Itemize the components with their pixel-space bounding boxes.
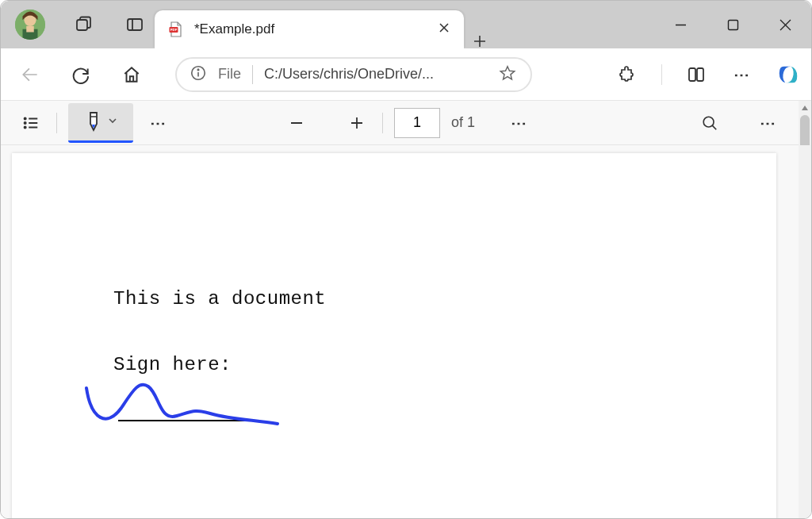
home-button[interactable] — [120, 63, 144, 86]
document-viewport[interactable]: This is a document Sign here: — [1, 145, 799, 519]
url-path: C:/Users/chris/OneDrive/... — [264, 66, 434, 83]
workspaces-icon[interactable] — [72, 13, 96, 37]
doc-text-line-2: Sign here: — [113, 354, 776, 375]
split-screen-icon[interactable] — [684, 63, 708, 86]
svg-marker-21 — [500, 66, 514, 79]
toolbar-right: ⋯ — [615, 63, 800, 86]
url-bar[interactable]: File C:/Users/chris/OneDrive/... — [175, 57, 532, 92]
svg-point-20 — [197, 69, 198, 70]
svg-rect-3 — [26, 26, 34, 33]
svg-point-24 — [25, 117, 26, 119]
address-bar: File C:/Users/chris/OneDrive/... ⋯ — [1, 48, 811, 101]
copilot-icon[interactable] — [776, 63, 800, 86]
page-total-label: of 1 — [451, 114, 475, 131]
search-icon[interactable] — [695, 109, 724, 137]
title-bar-left — [1, 1, 155, 48]
page-more-icon[interactable]: ⋯ — [505, 109, 534, 137]
url-scheme: File — [218, 66, 241, 83]
svg-point-28 — [25, 126, 26, 128]
ink-signature — [83, 380, 289, 436]
site-info-icon[interactable] — [190, 64, 207, 85]
draw-tool-button[interactable] — [68, 103, 133, 143]
more-tools-icon[interactable]: ⋯ — [144, 109, 173, 137]
doc-text-line-1: This is a document — [113, 288, 776, 309]
page-number-input[interactable] — [394, 108, 440, 138]
window-maximize-button[interactable] — [707, 1, 759, 48]
tab-title: *Example.pdf — [194, 21, 424, 37]
url-separator — [252, 65, 253, 84]
svg-text:PDF: PDF — [170, 28, 178, 32]
scrollbar-lower[interactable] — [799, 145, 811, 519]
refresh-button[interactable] — [69, 63, 93, 86]
window-controls — [654, 1, 811, 48]
new-tab-button[interactable] — [464, 34, 496, 48]
window-minimize-button[interactable] — [654, 1, 707, 48]
pdf-page: This is a document Sign here: — [12, 153, 776, 519]
title-bar: PDF *Example.pdf — [1, 1, 811, 48]
favorite-icon[interactable] — [499, 64, 516, 85]
pdf-toolbar: ⋯ of 1 ⋯ ⋯ — [1, 101, 799, 145]
nav-buttons — [18, 63, 144, 86]
profile-avatar[interactable] — [15, 10, 45, 40]
window-close-button[interactable] — [759, 1, 811, 48]
pdf-file-icon: PDF — [167, 21, 183, 37]
tab-active[interactable]: PDF *Example.pdf — [155, 10, 464, 48]
scrollbar[interactable] — [799, 101, 811, 145]
svg-rect-22 — [689, 68, 695, 81]
svg-rect-23 — [697, 68, 703, 81]
tab-strip: PDF *Example.pdf — [155, 1, 496, 48]
zoom-in-button[interactable] — [343, 109, 371, 137]
svg-marker-36 — [802, 106, 808, 110]
svg-point-26 — [25, 121, 26, 123]
tab-close-icon[interactable] — [435, 19, 453, 40]
svg-line-35 — [712, 125, 716, 129]
extensions-icon[interactable] — [615, 63, 639, 86]
zoom-out-button[interactable] — [282, 109, 311, 137]
svg-rect-5 — [128, 19, 142, 30]
scroll-up-button[interactable] — [799, 101, 811, 115]
more-menu-icon[interactable]: ⋯ — [730, 63, 754, 86]
tab-actions-icon[interactable] — [123, 13, 147, 37]
settings-more-icon[interactable]: ⋯ — [754, 109, 783, 137]
svg-rect-4 — [77, 20, 87, 30]
back-button[interactable] — [18, 63, 42, 86]
svg-point-34 — [703, 117, 714, 127]
chevron-down-icon — [109, 117, 117, 126]
contents-icon[interactable] — [17, 109, 45, 137]
svg-rect-14 — [728, 20, 737, 29]
